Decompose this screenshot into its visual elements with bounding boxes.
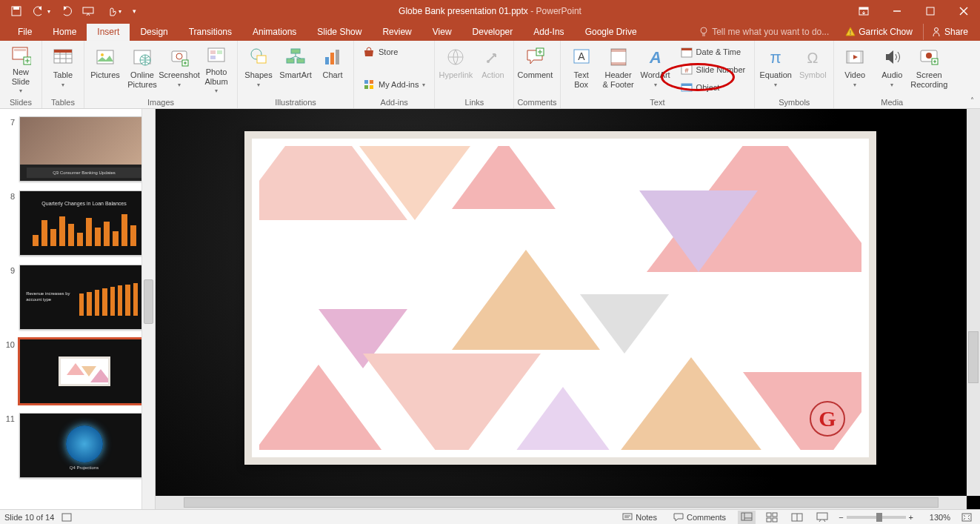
- my-addins-button[interactable]: My Add-ins ▾: [360, 76, 428, 93]
- equation-icon: π: [765, 47, 786, 67]
- tab-review[interactable]: Review: [372, 24, 421, 41]
- photo-album-button[interactable]: Photo Album ▾: [199, 42, 234, 94]
- redo-button[interactable]: [56, 1, 77, 21]
- wordart-button[interactable]: A WordArt ▾: [638, 42, 673, 94]
- group-symbols: π Equation ▾ Ω Symbol Symbols: [755, 41, 834, 108]
- screenshot-button[interactable]: Screenshot ▾: [161, 42, 197, 94]
- vscroll-thumb[interactable]: [968, 331, 979, 383]
- svg-rect-45: [336, 50, 339, 64]
- slideshow-view-button[interactable]: [813, 511, 831, 524]
- user-account[interactable]: ! Garrick Chow: [841, 25, 917, 39]
- online-pictures-button[interactable]: Online Pictures: [124, 42, 160, 94]
- comment-button[interactable]: Comment: [517, 42, 553, 94]
- thumbnail-slide-8[interactable]: 8 Quarterly Changes in Loan Balances: [0, 188, 155, 262]
- tab-slideshow[interactable]: Slide Show: [307, 24, 372, 41]
- symbol-button[interactable]: Ω Symbol: [795, 42, 830, 94]
- slide-vertical-scrollbar[interactable]: [967, 109, 980, 496]
- close-button[interactable]: [947, 1, 980, 21]
- date-time-button[interactable]: Date & Time: [678, 44, 749, 60]
- maximize-button[interactable]: [913, 1, 947, 21]
- thumbnail-slide-9[interactable]: 9 Revenue increases by account type: [0, 262, 155, 336]
- tab-file[interactable]: File: [7, 24, 42, 41]
- hscroll-thumb[interactable]: [184, 497, 939, 508]
- fit-to-window-button[interactable]: [958, 511, 976, 524]
- tab-home[interactable]: Home: [42, 24, 87, 41]
- header-footer-icon: [608, 47, 629, 67]
- thumbnail-slide-11[interactable]: 11 Q4 Projections: [0, 410, 155, 484]
- minimize-button[interactable]: [880, 1, 913, 21]
- start-from-beginning-button[interactable]: [79, 1, 99, 21]
- zoom-out-button[interactable]: −: [839, 513, 843, 522]
- save-button[interactable]: [6, 1, 27, 21]
- slide-position[interactable]: Slide 10 of 14: [4, 513, 54, 522]
- tab-developer[interactable]: Developer: [462, 24, 524, 41]
- notes-button[interactable]: Notes: [618, 510, 661, 524]
- accessibility-button[interactable]: [61, 513, 72, 522]
- slide-thumbnail-pane[interactable]: 7 Q3 Consumer Banking Updates 8 Quarterl…: [0, 109, 156, 509]
- collapse-ribbon-button[interactable]: ˄: [965, 93, 979, 107]
- svg-rect-62: [681, 48, 692, 50]
- svg-rect-37: [210, 56, 216, 59]
- comments-button[interactable]: Comments: [669, 510, 730, 524]
- undo-icon: [33, 6, 46, 16]
- text-box-button[interactable]: A Text Box: [564, 42, 599, 94]
- share-button[interactable]: Share: [923, 24, 976, 40]
- slide-sorter-view-button[interactable]: [763, 511, 781, 524]
- slide-number-button[interactable]: # Slide Number: [678, 62, 749, 78]
- equation-button[interactable]: π Equation ▾: [758, 42, 793, 94]
- touch-mode-button[interactable]: ▾: [101, 1, 127, 21]
- svg-rect-58: [611, 49, 626, 52]
- tab-googledrive[interactable]: Google Drive: [575, 24, 647, 41]
- lightbulb-icon: [699, 27, 709, 37]
- svg-rect-34: [208, 48, 224, 62]
- text-box-icon: A: [571, 47, 592, 67]
- thumbnail-scrollbar-thumb[interactable]: [144, 279, 153, 324]
- shapes-button[interactable]: Shapes ▾: [241, 42, 276, 94]
- header-footer-button[interactable]: Header & Footer: [601, 42, 636, 94]
- zoom-slider[interactable]: − +: [839, 513, 913, 522]
- slide-editing-area[interactable]: G: [156, 109, 980, 509]
- chart-button[interactable]: Chart: [315, 42, 350, 94]
- thumbnail-slide-7[interactable]: 7 Q3 Consumer Banking Updates: [0, 113, 155, 188]
- svg-text:π: π: [770, 48, 781, 67]
- screen-recording-button[interactable]: Screen Recording: [911, 42, 947, 94]
- thumbnail-scrollbar[interactable]: [141, 109, 155, 509]
- audio-label: Audio: [881, 70, 902, 80]
- undo-button[interactable]: ▾: [28, 1, 55, 21]
- pictures-button[interactable]: Pictures: [87, 42, 123, 94]
- ribbon-options-button[interactable]: [847, 1, 880, 21]
- slide-horizontal-scrollbar[interactable]: [156, 496, 967, 509]
- tab-animations[interactable]: Animations: [242, 24, 307, 41]
- zoom-level[interactable]: 130%: [921, 513, 950, 522]
- table-button[interactable]: Table ▾: [45, 42, 81, 94]
- zoom-in-button[interactable]: +: [909, 513, 913, 522]
- tab-transitions[interactable]: Transitions: [179, 24, 242, 41]
- slide-canvas[interactable]: G: [244, 131, 876, 465]
- brand-logo: G: [810, 401, 845, 437]
- svg-rect-4: [859, 7, 868, 10]
- zoom-handle[interactable]: [876, 513, 882, 522]
- hyperlink-button[interactable]: Hyperlink: [438, 42, 473, 94]
- zoom-track[interactable]: [847, 516, 906, 519]
- new-slide-button[interactable]: New Slide ▾: [3, 42, 39, 94]
- smartart-button[interactable]: SmartArt: [278, 42, 313, 94]
- tell-me-search[interactable]: Tell me what you want to do...: [693, 27, 835, 37]
- reading-view-button[interactable]: [788, 511, 806, 524]
- action-button[interactable]: Action: [475, 42, 510, 94]
- tab-insert[interactable]: Insert: [87, 24, 130, 41]
- normal-view-button[interactable]: [738, 511, 756, 524]
- store-button[interactable]: Store: [360, 44, 428, 60]
- thumbnail-caption: Revenue increases by account type: [26, 291, 75, 303]
- audio-button[interactable]: Audio ▾: [874, 42, 910, 94]
- object-button[interactable]: Object: [678, 79, 749, 96]
- share-label: Share: [944, 27, 968, 37]
- tab-design[interactable]: Design: [130, 24, 178, 41]
- video-button[interactable]: Video ▾: [837, 42, 873, 94]
- store-icon: [363, 46, 375, 58]
- thumbnail-slide-10[interactable]: 10: [0, 336, 155, 410]
- tab-view[interactable]: View: [422, 24, 462, 41]
- svg-rect-1: [13, 7, 19, 10]
- qat-customize-button[interactable]: ▾: [129, 1, 139, 21]
- window-controls: [847, 1, 980, 21]
- tab-addins[interactable]: Add-Ins: [523, 24, 574, 41]
